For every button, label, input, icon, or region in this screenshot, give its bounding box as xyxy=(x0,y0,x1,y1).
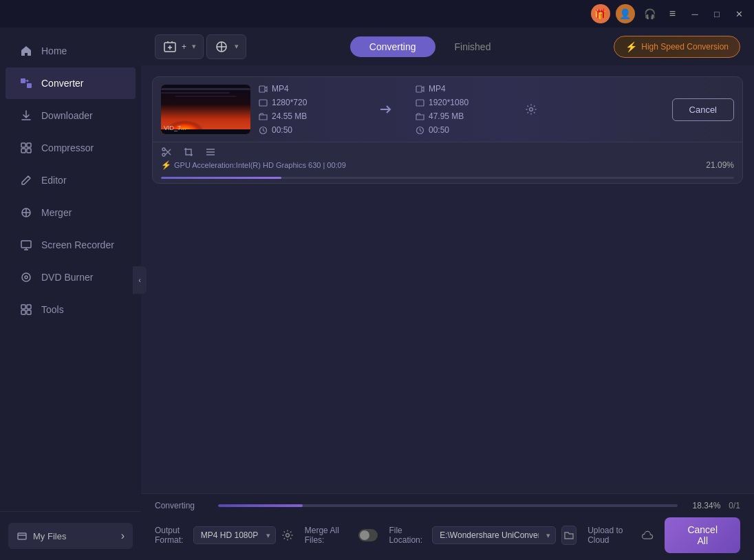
dvd-burner-icon xyxy=(19,270,33,284)
add-file-button[interactable]: + ▾ xyxy=(155,34,204,59)
upload-to-cloud-field[interactable]: Upload to Cloud xyxy=(588,526,654,545)
svg-rect-5 xyxy=(27,149,31,153)
cancel-file-button[interactable]: Cancel xyxy=(672,98,734,121)
sidebar-item-tools-label: Tools xyxy=(41,304,64,315)
tabs: Converting Finished xyxy=(255,36,605,57)
my-files-button[interactable]: My Files › xyxy=(8,523,133,549)
tools-icon xyxy=(19,303,33,316)
svg-rect-14 xyxy=(18,533,26,539)
sidebar-item-screen-recorder[interactable]: Screen Recorder xyxy=(6,229,136,261)
menu-icon[interactable]: ≡ xyxy=(665,5,680,23)
add-file-label: + xyxy=(182,42,186,52)
svg-rect-11 xyxy=(27,305,31,309)
sidebar-item-downloader[interactable]: Downloader xyxy=(6,100,136,131)
resolution-icon-target xyxy=(416,98,424,107)
sidebar-item-converter-label: Converter xyxy=(41,78,83,89)
gpu-text: GPU Acceleration:Intel(R) HD Graphics 63… xyxy=(174,161,346,169)
sidebar-item-merger[interactable]: Merger xyxy=(6,197,136,228)
source-format-row: MP4 xyxy=(259,84,355,94)
sidebar-item-dvd-burner[interactable]: DVD Burner xyxy=(6,261,136,293)
video-icon-target xyxy=(416,85,424,94)
add-file-icon xyxy=(162,39,177,54)
thumbnail-label: VID_7... xyxy=(164,125,186,131)
source-duration: 00:50 xyxy=(272,125,292,135)
add-file-dropdown-icon: ▾ xyxy=(192,42,196,51)
screen-recorder-icon xyxy=(19,238,33,252)
video-icon xyxy=(259,85,268,94)
merge-files-toggle[interactable] xyxy=(358,529,378,541)
gpu-label: ⚡ GPU Acceleration:Intel(R) HD Graphics … xyxy=(161,160,346,170)
collapse-icon: ‹ xyxy=(138,276,141,284)
svg-rect-4 xyxy=(21,149,25,153)
output-format-select[interactable]: MP4 HD 1080P MP4 HD 720P AVI MOV MKV xyxy=(193,526,276,544)
file-list-area: VID_7... MP4 xyxy=(141,65,754,493)
sidebar-item-home[interactable]: Home xyxy=(6,35,136,67)
close-button[interactable]: ✕ xyxy=(729,4,748,23)
titlebar: 🎁 👤 🎧 ≡ ─ □ ✕ xyxy=(0,0,754,28)
merge-files-field: Merge All Files: xyxy=(305,526,378,545)
sidebar-item-tools[interactable]: Tools xyxy=(6,294,136,325)
clock-icon-source xyxy=(259,126,268,135)
converting-label: Converting xyxy=(155,501,210,510)
cut-icon[interactable] xyxy=(161,147,172,158)
source-format: MP4 xyxy=(272,84,289,94)
content-area: + ▾ ▾ Converting Finished xyxy=(141,28,754,560)
minimize-button[interactable]: ─ xyxy=(685,4,704,23)
add-url-button[interactable]: ▾ xyxy=(206,34,246,59)
tab-finished[interactable]: Finished xyxy=(435,36,510,57)
sidebar-collapse-button[interactable]: ‹ xyxy=(133,266,147,294)
output-format-label: Output Format: xyxy=(155,526,188,545)
source-duration-row: 00:50 xyxy=(259,125,355,135)
sidebar-item-converter[interactable]: Converter xyxy=(6,67,136,99)
svg-rect-23 xyxy=(259,86,265,92)
headset-icon[interactable]: 🎧 xyxy=(640,4,660,23)
sidebar: Home Converter xyxy=(0,28,141,560)
svg-rect-21 xyxy=(175,96,237,97)
sidebar-item-dvd-burner-label: DVD Burner xyxy=(41,272,93,283)
svg-point-9 xyxy=(25,276,28,279)
svg-rect-3 xyxy=(27,143,31,147)
format-settings-icon[interactable] xyxy=(281,529,294,541)
target-size: 47.95 MB xyxy=(429,111,464,121)
gift-icon[interactable]: 🎁 xyxy=(591,4,610,23)
user-icon[interactable]: 👤 xyxy=(616,4,635,23)
svg-rect-27 xyxy=(416,100,424,106)
bottom-bar: Converting 18.34% 0/1 Output Format: MP4… xyxy=(141,493,754,560)
output-format-field: Output Format: MP4 HD 1080P MP4 HD 720P … xyxy=(155,526,294,545)
source-size-row: 24.55 MB xyxy=(259,111,355,121)
sidebar-item-compressor[interactable]: Compressor xyxy=(6,132,136,164)
sidebar-item-home-label: Home xyxy=(41,45,67,56)
sidebar-item-editor-label: Editor xyxy=(41,175,67,186)
compressor-icon xyxy=(19,141,33,155)
sidebar-item-compressor-label: Compressor xyxy=(41,142,94,153)
my-files-label: My Files xyxy=(33,531,66,541)
svg-point-32 xyxy=(286,534,289,537)
tab-converting[interactable]: Converting xyxy=(350,36,435,57)
svg-rect-2 xyxy=(21,143,25,147)
file-location-input[interactable] xyxy=(432,526,556,544)
bolt-icon: ⚡ xyxy=(625,41,637,52)
source-resolution-row: 1280*720 xyxy=(259,98,355,107)
target-resolution-row: 1920*1080 xyxy=(416,98,512,107)
svg-point-30 xyxy=(162,148,165,151)
svg-point-8 xyxy=(22,273,30,281)
overall-count: 0/1 xyxy=(729,501,740,510)
svg-rect-19 xyxy=(161,88,250,90)
cancel-all-button[interactable]: Cancel All xyxy=(665,517,740,553)
target-format: MP4 xyxy=(429,84,446,94)
svg-rect-24 xyxy=(259,100,267,106)
source-resolution: 1280*720 xyxy=(272,98,307,107)
crop-icon[interactable] xyxy=(183,147,194,158)
svg-rect-12 xyxy=(21,310,25,314)
file-settings-button[interactable] xyxy=(520,98,542,120)
high-speed-conversion-button[interactable]: ⚡ High Speed Conversion xyxy=(614,36,740,58)
clock-icon-target xyxy=(416,126,424,135)
sidebar-item-editor[interactable]: Editor xyxy=(6,164,136,196)
maximize-button[interactable]: □ xyxy=(707,4,726,23)
sidebar-item-screen-recorder-label: Screen Recorder xyxy=(41,239,114,250)
target-resolution: 1920*1080 xyxy=(429,98,468,107)
browse-folder-button[interactable] xyxy=(561,526,577,545)
list-icon[interactable] xyxy=(205,147,216,158)
file-location-label: File Location: xyxy=(389,526,427,545)
bottom-controls: Output Format: MP4 HD 1080P MP4 HD 720P … xyxy=(155,517,740,553)
